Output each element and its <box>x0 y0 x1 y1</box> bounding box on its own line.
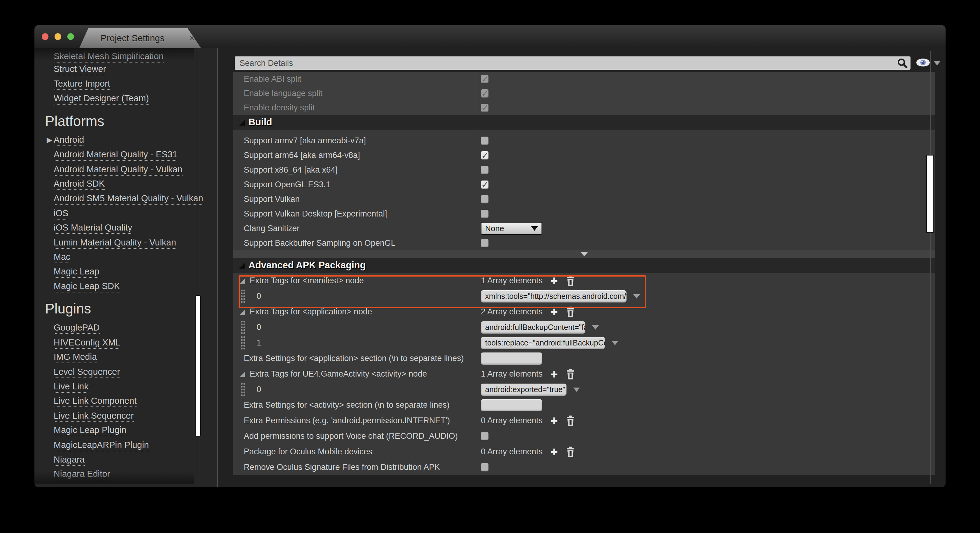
add-array-element-button[interactable]: + <box>550 306 558 318</box>
section-expander-icon[interactable]: ◢ <box>239 261 245 270</box>
array-count-label: 2 Array elements <box>481 307 550 316</box>
section-header-advanced-apk[interactable]: ◢ Advanced APK Packaging <box>233 258 935 273</box>
text-field[interactable] <box>481 353 542 365</box>
maximize-window-button[interactable] <box>67 33 74 40</box>
settings-row: Support OpenGL ES3.1 <box>233 177 935 192</box>
checkbox[interactable] <box>481 75 488 83</box>
sidebar-item-img-media[interactable]: IMG Media <box>54 352 97 363</box>
sidebar-item-lumin-mq-vulkan[interactable]: Lumin Material Quality - Vulkan <box>54 238 176 249</box>
sidebar-item-mac[interactable]: Mac <box>54 252 70 263</box>
drag-handle-icon[interactable] <box>240 336 246 350</box>
array-value-field[interactable]: tools:replace="android:fullBackupContent… <box>481 337 605 349</box>
add-array-element-button[interactable]: + <box>550 447 558 457</box>
settings-row: Support armv7 [aka armeabi-v7a] <box>233 133 935 148</box>
collapse-arrow-icon[interactable] <box>580 252 588 256</box>
array-value-field[interactable]: android:exported="true" <box>481 384 566 396</box>
sidebar-item-hiveconfig-xml[interactable]: HIVEConfig XML <box>54 338 120 349</box>
checkbox[interactable] <box>481 151 488 160</box>
array-count-label: 0 Array elements <box>481 447 550 456</box>
title-bar: Project Settings × <box>35 25 945 48</box>
checkbox[interactable] <box>481 166 488 174</box>
settings-row: Extra Settings for <activity> section (\… <box>233 397 935 413</box>
drag-handle-icon[interactable] <box>240 320 246 335</box>
checkbox[interactable] <box>481 463 488 471</box>
checkbox[interactable] <box>481 180 488 189</box>
delete-array-button[interactable] <box>566 446 575 458</box>
section-expander-icon[interactable]: ◢ <box>239 118 245 126</box>
section-header-build[interactable]: ◢ Build <box>233 115 935 129</box>
sidebar-item-live-link-sequencer[interactable]: Live Link Sequencer <box>54 411 134 422</box>
delete-array-button[interactable] <box>566 306 575 318</box>
sidebar-item-android-sm5-mq-vulkan[interactable]: Android SM5 Material Quality - Vulkan <box>54 193 203 204</box>
sidebar-section-plugins: Plugins <box>45 300 91 317</box>
clang-sanitizer-dropdown[interactable]: None <box>481 222 542 235</box>
chevron-down-icon[interactable] <box>633 294 640 298</box>
search-input[interactable] <box>234 56 911 70</box>
split-settings-group: Enable ABI split Enable language split E… <box>233 72 935 115</box>
array-index-label: 0 <box>256 292 261 301</box>
tab-close-icon[interactable]: × <box>183 33 201 43</box>
add-array-element-button[interactable]: + <box>550 369 558 380</box>
sidebar-item-magic-leap-sdk[interactable]: Magic Leap SDK <box>54 281 120 292</box>
text-field[interactable] <box>481 399 542 411</box>
settings-row: ◢ Extra Tags for <application> node 2 Ar… <box>233 304 935 319</box>
details-scrollbar-thumb[interactable] <box>926 155 934 233</box>
sidebar-item-widget-designer[interactable]: Widget Designer (Team) <box>54 93 149 105</box>
checkbox[interactable] <box>481 239 488 247</box>
sidebar-item-ios-material-quality[interactable]: iOS Material Quality <box>54 223 132 234</box>
details-scrollbar-track[interactable] <box>930 51 931 484</box>
sidebar-item-android-mq-es31[interactable]: Android Material Quality - ES31 <box>54 149 177 161</box>
checkbox[interactable] <box>481 195 488 203</box>
sidebar-item-googlepad[interactable]: GooglePAD <box>54 322 100 334</box>
chevron-down-icon[interactable] <box>612 341 618 345</box>
chevron-down-icon[interactable] <box>573 388 580 392</box>
sidebar-scrollbar-thumb[interactable] <box>195 295 201 437</box>
checkbox[interactable] <box>481 104 488 112</box>
section-collapse-band[interactable] <box>233 251 935 258</box>
sidebar-item-android-mq-vulkan[interactable]: Android Material Quality - Vulkan <box>54 164 183 176</box>
row-label: Extra Tags for UE4.GameActivity <activit… <box>250 369 427 379</box>
sidebar-item-magicleaparpin-plugin[interactable]: MagicLeapARPin Plugin <box>54 440 149 451</box>
sidebar-item-ios[interactable]: iOS <box>54 208 68 220</box>
add-array-element-button[interactable]: + <box>550 415 558 426</box>
sidebar-item-struct-viewer[interactable]: Struct Viewer <box>54 64 106 75</box>
sidebar-item-android[interactable]: Android <box>54 135 84 146</box>
delete-array-button[interactable] <box>566 369 575 380</box>
view-options-dropdown-icon[interactable] <box>933 61 941 65</box>
chevron-down-icon[interactable] <box>592 326 599 330</box>
search-bar <box>234 56 911 70</box>
array-value-field[interactable]: xmlns:tools="http://schemas.android.com/… <box>481 290 627 303</box>
drag-handle-icon[interactable] <box>240 289 246 303</box>
checkbox[interactable] <box>481 432 488 440</box>
settings-row: Support Vulkan <box>233 192 935 206</box>
settings-row: Remove Oculus Signature Files from Distr… <box>233 460 935 475</box>
row-label: Support arm64 [aka arm64-v8a] <box>244 151 360 160</box>
close-window-button[interactable] <box>42 33 48 40</box>
delete-array-button[interactable] <box>566 415 575 426</box>
row-expander-icon[interactable]: ◢ <box>240 370 245 378</box>
sidebar-item-live-link-component[interactable]: Live Link Component <box>54 396 137 407</box>
sidebar-item-android-sdk[interactable]: Android SDK <box>54 179 105 190</box>
settings-row: Extra Settings for <application> section… <box>233 351 935 366</box>
sidebar-item-live-link[interactable]: Live Link <box>54 381 88 393</box>
array-value-field[interactable]: android:fullBackupContent="false" <box>481 321 585 334</box>
checkbox[interactable] <box>481 89 488 97</box>
add-array-element-button[interactable]: + <box>550 275 558 286</box>
view-options-eye-icon[interactable] <box>916 58 930 67</box>
checkbox[interactable] <box>481 210 488 218</box>
section-title: Build <box>248 117 272 128</box>
row-label: Support OpenGL ES3.1 <box>244 180 330 189</box>
sidebar-item-texture-import[interactable]: Texture Import <box>54 79 110 90</box>
row-expander-icon[interactable]: ◢ <box>240 308 245 316</box>
row-expander-icon[interactable]: ◢ <box>240 277 245 284</box>
sidebar-item-magic-leap[interactable]: Magic Leap <box>54 266 99 278</box>
minimize-window-button[interactable] <box>54 33 61 40</box>
settings-row: Add permissions to support Voice chat (R… <box>233 428 935 444</box>
sidebar-item-niagara[interactable]: Niagara <box>54 455 85 466</box>
sidebar-item-magic-leap-plugin[interactable]: Magic Leap Plugin <box>54 425 126 436</box>
checkbox[interactable] <box>481 137 488 145</box>
delete-array-button[interactable] <box>566 275 575 287</box>
tab-project-settings[interactable]: Project Settings × <box>79 28 201 48</box>
drag-handle-icon[interactable] <box>240 382 246 397</box>
sidebar-item-level-sequencer[interactable]: Level Sequencer <box>54 367 120 378</box>
